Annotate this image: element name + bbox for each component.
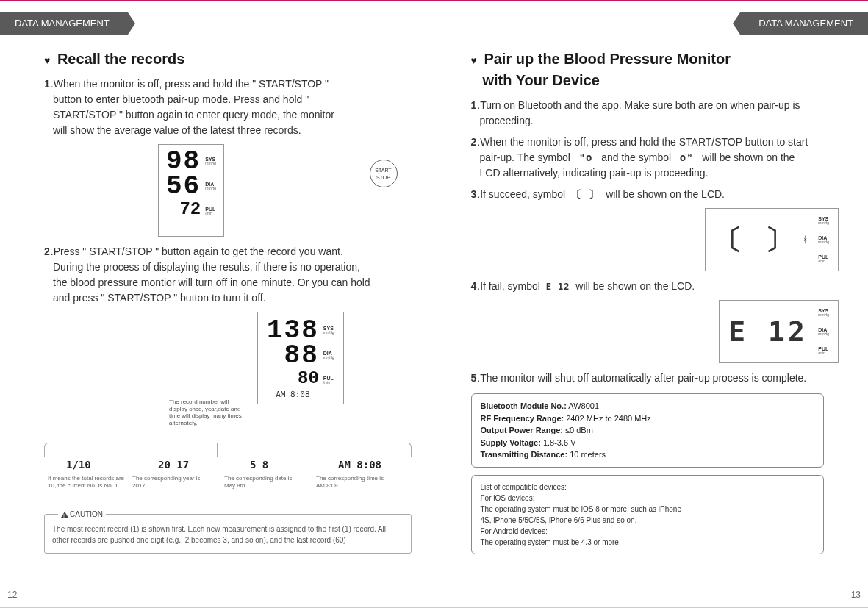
step-num: 5	[471, 372, 477, 384]
bracket-row	[44, 443, 412, 457]
unit: mmHg	[818, 240, 829, 244]
text: .If succeed, symbol	[477, 188, 565, 200]
compat-line: The operating system must be 4.3 or more…	[481, 537, 815, 548]
unit: /min	[818, 351, 829, 355]
dia-value: 88	[267, 343, 319, 368]
text: .If fail, symbol	[477, 280, 540, 292]
unit: mmHg	[205, 162, 216, 165]
text: .When the monitor is off, press and hold…	[51, 78, 329, 90]
compat-line: The operating system must be iOS 8 or mo…	[481, 504, 815, 515]
compat-line: For Android devices:	[481, 526, 815, 537]
right-para-4: 4.If fail, symbol E 12 will be shown on …	[471, 279, 847, 294]
lcd-display-2: 138 88 80 AM 8:08 SYSmmHg DIAmmHg PUL/mi…	[257, 312, 344, 404]
figure-area: 138 88 80 AM 8:08 SYSmmHg DIAmmHg PUL/mi…	[44, 312, 441, 569]
symbol-b-icon: o⁰	[680, 151, 694, 163]
caption-2: The corresponding year is 2017.	[132, 475, 206, 490]
spec-key: Bluetooth Module No.:	[481, 401, 567, 410]
start-stop-button-icon: START STOP	[370, 160, 398, 187]
unit: mmHg	[323, 356, 334, 360]
caption-4: The corresponding time is AM 8:08.	[316, 475, 390, 490]
unit: mmHg	[818, 332, 829, 336]
pul-value: 72	[166, 199, 201, 219]
sys-value: 98	[166, 149, 201, 174]
text: proceeding.	[471, 113, 847, 129]
unit: mmHg	[205, 187, 216, 190]
page-left: DATA MANAGEMENT ♥ Recall the records 1.W…	[0, 1, 434, 607]
spec-key: RF Frequency Range:	[481, 414, 564, 423]
section-title-recall: ♥ Recall the records	[44, 51, 420, 68]
header-tab-right: DATA MANAGEMENT	[740, 12, 868, 35]
text: STOP	[370, 175, 397, 180]
spec-val: ≤0 dBm	[565, 426, 593, 434]
text: .Press " START/STOP " button again to ge…	[51, 246, 343, 257]
text: pair-up. The symbol	[480, 151, 570, 163]
text: START	[370, 168, 397, 173]
right-para-3: 3.If succeed, symbol 〔 〕 will be shown o…	[471, 187, 847, 202]
unit: mmHg	[818, 221, 829, 225]
success-symbol-icon: 〔 〕	[571, 188, 600, 200]
lcd-display-success: 〔 〕 ᚼ SYSmmHg DIAmmHg PUL/min	[705, 208, 839, 271]
section-title-pair: ♥ Pair up the Blood Pressure Monitor	[471, 51, 847, 68]
unit: /min	[205, 212, 216, 215]
spec-val: AW8001	[568, 401, 599, 410]
lcd-labels: SYSmmHg DIAmmHg PUL/min	[323, 318, 334, 401]
step-num: 3	[471, 188, 477, 200]
caution-text: The most recent record (1) is shown firs…	[52, 525, 386, 544]
unit: mmHg	[818, 313, 829, 317]
text: During the process of displaying the res…	[44, 260, 420, 275]
spec-box: Bluetooth Module No.: AW8001 RF Frequenc…	[471, 393, 825, 468]
step-num: 2	[44, 246, 50, 257]
symbol-a-icon: ⁰o	[579, 151, 593, 163]
text: will be shown on the LCD.	[606, 188, 725, 200]
text: START/STOP " button again to enter query…	[44, 107, 420, 123]
mini-display-2: 20 17	[158, 459, 189, 471]
step-num: 4	[471, 280, 477, 292]
heart-icon: ♥	[44, 54, 50, 66]
lcd-labels: SYSmmHg DIAmmHg PUL/min	[818, 216, 829, 263]
sep	[217, 443, 218, 457]
step-num: 1	[471, 99, 477, 111]
lcd-success-wrap: 〔 〕 ᚼ SYSmmHg DIAmmHg PUL/min	[449, 208, 847, 271]
lcd-display-1: 98 56 72 SYSmmHg DIAmmHg PUL/min	[158, 144, 224, 237]
sep	[309, 443, 309, 457]
text: .The monitor will shut off automatically…	[477, 372, 806, 384]
title-text: Recall the records	[57, 51, 184, 67]
lcd-symbol: E 12	[728, 315, 808, 348]
sep	[129, 443, 129, 457]
text: the blood pressure montior will turn off…	[44, 275, 420, 290]
right-para-1: 1.Turn on Bluetooth and the app. Make su…	[471, 98, 847, 129]
text: .When the monitor is off, press and hold…	[477, 136, 808, 148]
lcd-labels: SYSmmHg DIAmmHg PUL/min	[818, 308, 829, 355]
lcd-labels: SYSmmHg DIAmmHg PUL/min	[205, 149, 216, 232]
lcd-symbol: 〔 〕	[714, 221, 796, 259]
compat-line: List of compatible devices:	[481, 482, 815, 493]
text: and press " START/STOP " button to turn …	[44, 290, 420, 306]
title-text-a: Pair up the Blood Pressure Monitor	[484, 51, 731, 67]
page-number-left: 12	[7, 590, 17, 600]
spec-val: 10 meters	[570, 450, 606, 459]
compat-line: 4S, iPhone 5/5C/5S, iPhone 6/6 Plus and …	[481, 515, 815, 526]
text: and the symbol	[601, 151, 671, 163]
section-title-pair-b: with Your Device	[483, 72, 847, 89]
caption-3: The corresponding date is May 8th.	[224, 475, 298, 490]
compat-box: List of compatible devices: For iOS devi…	[471, 475, 825, 554]
header-tab-left: DATA MANAGEMENT	[0, 12, 128, 35]
text: .Turn on Bluetooth and the app. Make sur…	[477, 99, 800, 111]
text: button to enter bluetooth pair-up mode. …	[44, 92, 420, 107]
dia-value: 56	[166, 174, 201, 199]
text: will be shown on the	[702, 151, 795, 163]
unit: mmHg	[323, 331, 334, 335]
pul-value: 80	[267, 368, 319, 388]
step-num: 2	[471, 136, 477, 148]
page-right: DATA MANAGEMENT ♥ Pair up the Blood Pres…	[434, 1, 869, 607]
lcd-display-fail: E 12 SYSmmHg DIAmmHg PUL/min	[719, 300, 839, 363]
right-para-5: 5.The monitor will shut off automaticall…	[471, 371, 847, 386]
time-value: AM 8:08	[267, 390, 319, 399]
left-para-1: 1.When the monitor is off, press and hol…	[44, 76, 420, 138]
caution-box: CAUTION The most recent record (1) is sh…	[44, 514, 412, 554]
caption-1: It means the total records are 10, the c…	[48, 475, 125, 490]
unit: /min	[818, 260, 829, 263]
text: CAUTION	[70, 510, 103, 518]
bluetooth-icon: ᚼ	[803, 235, 808, 245]
text: will be shown on the LCD.	[575, 280, 695, 292]
